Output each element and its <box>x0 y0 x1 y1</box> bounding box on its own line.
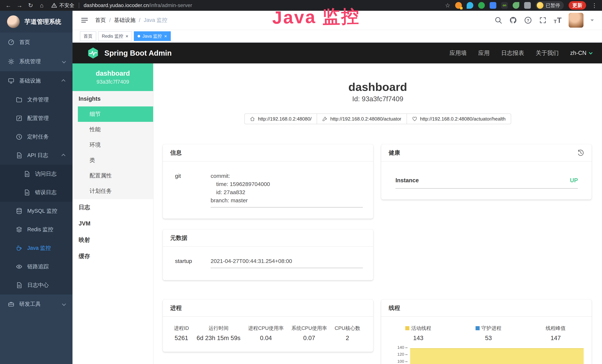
close-icon[interactable]: × <box>126 34 128 39</box>
site-security-chip[interactable]: 不安全 <box>51 2 74 9</box>
instance-name: dashboard <box>96 70 130 77</box>
search-icon[interactable] <box>494 16 502 24</box>
menu-config-properties[interactable]: 配置属性 <box>73 168 153 183</box>
actuator-url-link[interactable]: http://192.168.0.2:48080/actuator <box>317 114 407 124</box>
menu-details[interactable]: 细节 <box>78 107 153 122</box>
sidebar-item-system-management[interactable]: 系统管理 <box>0 52 73 71</box>
breadcrumb-home[interactable]: 首页 <box>95 17 106 24</box>
menu-environment[interactable]: 环境 <box>73 137 153 153</box>
menu-mappings[interactable]: 映射 <box>73 232 153 248</box>
link-label: http://192.168.0.2:48080/actuator <box>330 116 401 122</box>
card-title: 元数据 <box>170 234 187 242</box>
tab-label: Redis 监控 <box>102 33 123 39</box>
hamburger-icon[interactable] <box>81 16 88 24</box>
layers-icon <box>16 226 22 233</box>
extension-icon-4[interactable] <box>490 2 496 9</box>
health-instance-label: Instance <box>396 176 419 184</box>
app-logo[interactable]: 芋道管理系统 <box>0 11 73 33</box>
clock-icon <box>16 134 22 140</box>
chevron-down-icon[interactable] <box>591 20 594 23</box>
sba-locale-select[interactable]: zh-CN <box>570 50 592 56</box>
help-icon[interactable] <box>524 16 532 24</box>
instance-details: dashboard Id: 93a3fc7f7409 http://192.16… <box>153 64 602 364</box>
browser-back-button[interactable]: ← <box>4 0 13 11</box>
sidebar-item-trace[interactable]: 链路追踪 <box>0 257 73 276</box>
sidebar-item-label: 定时任务 <box>27 133 49 140</box>
menu-classes[interactable]: 类 <box>73 153 153 168</box>
bookmark-star-icon[interactable]: ☆ <box>445 2 450 9</box>
browser-forward-button[interactable]: → <box>15 0 24 11</box>
github-icon[interactable] <box>509 16 517 24</box>
address-bar[interactable]: dashboard.yudao.iocoder.cn/infra/admin-s… <box>84 2 192 8</box>
sidebar-item-mysql-monitor[interactable]: MySQL 监控 <box>0 202 73 220</box>
menu-scheduled-tasks[interactable]: 计划任务 <box>73 183 153 199</box>
tab-redis-monitor[interactable]: Redis 监控 × <box>98 31 132 41</box>
extension-icon-5[interactable]: on <box>501 2 508 9</box>
header-actions: TT <box>494 13 594 28</box>
sidebar-item-access-logs[interactable]: 访问日志 <box>0 165 73 183</box>
divider <box>396 188 578 189</box>
browser-window: Java 监控 ← → ↻ ⌂ 不安全 dashboard.yudao.ioco… <box>0 0 602 364</box>
sba-brand[interactable]: Spring Boot Admin <box>104 49 172 57</box>
stat-process-cpu: 进程CPU使用率 0.04 <box>248 325 284 342</box>
sidebar-item-scheduled-jobs[interactable]: 定时任务 <box>0 128 73 146</box>
health-url-link[interactable]: http://192.168.0.2:48080/actuator/health <box>407 114 511 124</box>
sidebar-item-log-center[interactable]: 日志中心 <box>0 276 73 294</box>
tab-home[interactable]: 首页 <box>80 31 96 41</box>
extensions-puzzle-icon[interactable] <box>524 2 531 9</box>
font-size-icon[interactable]: TT <box>554 16 562 24</box>
sidebar-item-error-logs[interactable]: 错误日志 <box>0 183 73 202</box>
sba-nav-applications[interactable]: 应用 <box>478 49 490 57</box>
chrome-update-button[interactable]: 更新 <box>569 1 586 10</box>
browser-home-button[interactable]: ⌂ <box>37 0 46 11</box>
browser-reload-button[interactable]: ↻ <box>26 0 35 11</box>
extension-badge <box>460 7 462 10</box>
history-icon[interactable] <box>577 149 584 156</box>
url-host: dashboard.yudao.iocoder.cn <box>84 2 149 8</box>
extension-icon-1[interactable] <box>455 2 462 9</box>
menu-metrics[interactable]: 性能 <box>73 122 153 137</box>
sidebar-item-config-management[interactable]: 配置管理 <box>0 109 73 128</box>
instance-header[interactable]: dashboard 93a3fc7f7409 <box>73 64 153 91</box>
toolbox-icon <box>8 301 14 307</box>
chrome-menu-icon[interactable]: ⋮ <box>591 2 598 9</box>
menu-caches[interactable]: 缓存 <box>73 248 153 264</box>
close-icon[interactable]: × <box>164 34 167 39</box>
logo-avatar <box>7 15 20 28</box>
document-icon <box>16 152 22 159</box>
user-avatar[interactable] <box>569 13 583 28</box>
breadcrumb-infrastructure[interactable]: 基础设施 <box>114 17 136 24</box>
extension-icon-3[interactable] <box>478 2 485 9</box>
legend-value: 147 <box>546 334 566 342</box>
sidebar-item-api-logs[interactable]: API 日志 <box>0 146 73 165</box>
monitor-icon <box>8 77 14 84</box>
breadcrumb-separator: / <box>139 17 140 23</box>
legend-label: 活动线程 <box>411 325 431 332</box>
sidebar-item-file-management[interactable]: 文件管理 <box>0 90 73 109</box>
health-row[interactable]: Instance UP <box>396 176 578 184</box>
extension-icon-2[interactable] <box>467 2 473 9</box>
sba-nav-journal[interactable]: 日志报表 <box>501 49 524 57</box>
breadcrumb-current: Java 监控 <box>144 17 167 24</box>
stat-label: 系统CPU使用率 <box>291 325 327 332</box>
menu-jvm[interactable]: JVM <box>73 215 153 232</box>
url-path: /infra/admin-server <box>149 2 192 8</box>
sba-nav-about[interactable]: 关于我们 <box>536 49 559 57</box>
sidebar-item-home[interactable]: 首页 <box>0 33 73 52</box>
menu-logs[interactable]: 日志 <box>73 199 153 215</box>
sidebar-item-dev-tools[interactable]: 研发工具 <box>0 294 73 314</box>
extension-icon-6[interactable] <box>513 2 519 9</box>
fullscreen-icon[interactable] <box>539 16 547 24</box>
profile-button[interactable]: 已暂停 <box>536 1 564 10</box>
sidebar-item-redis-monitor[interactable]: Redis 监控 <box>0 220 73 239</box>
profile-avatar <box>537 2 543 9</box>
heart-icon <box>412 117 417 121</box>
sidebar-item-java-monitor[interactable]: Java 监控 <box>0 239 73 257</box>
sidebar-item-label: Java 监控 <box>27 244 51 252</box>
threads-legend: 活动线程 143 守护进程 53 线程峰值 14 <box>381 317 592 342</box>
sba-nav-wallboard[interactable]: 应用墙 <box>449 49 467 57</box>
service-url-link[interactable]: http://192.168.0.2:48080/ <box>244 114 317 124</box>
tab-java-monitor[interactable]: Java 监控 × <box>134 31 171 41</box>
sidebar-item-infrastructure[interactable]: 基础设施 <box>0 71 73 90</box>
stat-value: 6d 23h 15m 59s <box>196 334 240 342</box>
